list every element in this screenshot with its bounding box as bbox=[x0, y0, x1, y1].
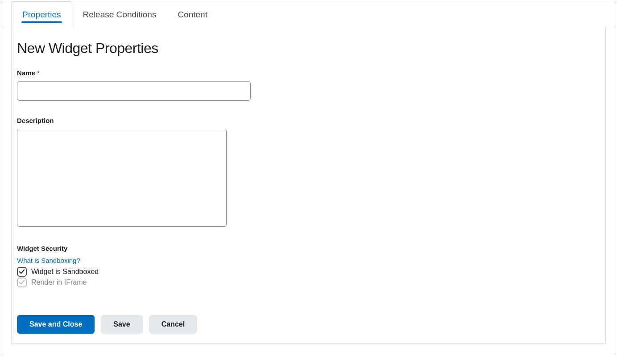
checkmark-icon bbox=[19, 269, 25, 275]
sandboxed-label: Widget is Sandboxed bbox=[31, 268, 99, 276]
description-label: Description bbox=[17, 117, 600, 124]
iframe-checkbox bbox=[17, 278, 27, 287]
iframe-label: Render in IFrame bbox=[31, 278, 87, 286]
sandboxed-row: Widget is Sandboxed bbox=[17, 267, 600, 277]
cancel-button[interactable]: Cancel bbox=[149, 315, 197, 334]
checkmark-icon bbox=[19, 279, 25, 286]
widget-security-heading: Widget Security bbox=[17, 245, 600, 252]
tab-release-conditions[interactable]: Release Conditions bbox=[72, 2, 167, 27]
button-row: Save and Close Save Cancel bbox=[17, 315, 600, 334]
tab-properties[interactable]: Properties bbox=[11, 1, 72, 27]
page-frame: Properties Release Conditions Content Ne… bbox=[1, 1, 616, 354]
page-title: New Widget Properties bbox=[17, 40, 600, 57]
properties-panel: New Widget Properties Name * Description… bbox=[11, 27, 606, 344]
tab-strip: Properties Release Conditions Content bbox=[1, 1, 616, 27]
description-field-block: Description bbox=[17, 117, 600, 229]
sandboxing-help-link[interactable]: What is Sandboxing? bbox=[17, 257, 80, 264]
sandboxed-checkbox[interactable] bbox=[17, 267, 27, 277]
save-button[interactable]: Save bbox=[101, 315, 142, 334]
name-input[interactable] bbox=[17, 81, 251, 101]
name-field-block: Name * bbox=[17, 69, 600, 101]
description-input[interactable] bbox=[17, 129, 227, 227]
name-label-row: Name * bbox=[17, 69, 600, 77]
tab-content[interactable]: Content bbox=[167, 2, 218, 27]
iframe-row: Render in IFrame bbox=[17, 278, 600, 287]
name-label: Name bbox=[17, 69, 35, 77]
save-and-close-button[interactable]: Save and Close bbox=[17, 315, 95, 334]
widget-security-section: Widget Security What is Sandboxing? Widg… bbox=[17, 245, 600, 287]
required-marker: * bbox=[37, 69, 40, 77]
